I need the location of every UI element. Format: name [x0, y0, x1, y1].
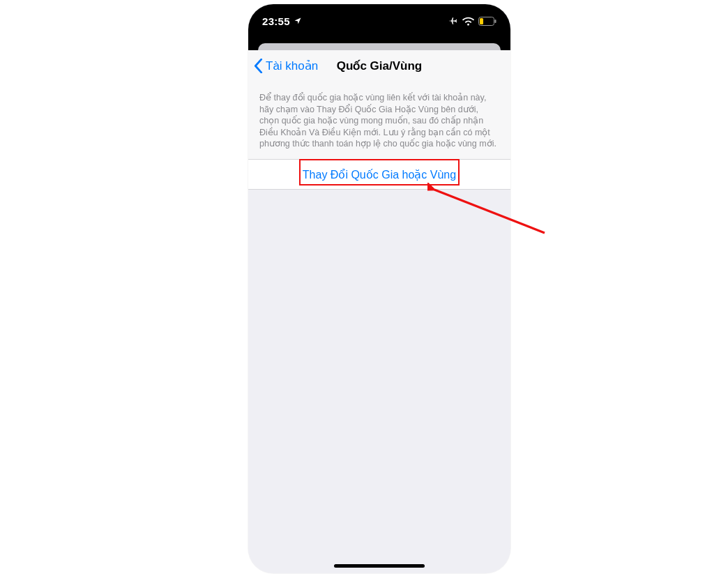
wifi-icon: [462, 17, 474, 26]
nav-header: Tài khoản Quốc Gia/Vùng: [248, 50, 510, 82]
change-country-row[interactable]: Thay Đổi Quốc Gia hoặc Vùng: [248, 159, 510, 190]
location-icon: [294, 17, 302, 25]
change-country-button[interactable]: Thay Đổi Quốc Gia hoặc Vùng: [303, 168, 456, 181]
status-time: 23:55: [262, 15, 290, 27]
battery-low-icon: [478, 17, 496, 26]
svg-rect-1: [495, 20, 496, 23]
airplane-icon: [447, 16, 458, 26]
empty-content: [248, 190, 510, 573]
home-indicator[interactable]: [334, 564, 425, 568]
chevron-left-icon: [254, 59, 263, 73]
description-panel: Để thay đổi quốc gia hoặc vùng liên kết …: [248, 82, 510, 163]
back-label: Tài khoản: [266, 59, 318, 73]
status-left: 23:55: [262, 15, 302, 27]
phone-screen: 23:55 Tài khoản: [248, 4, 510, 573]
status-bar: 23:55: [248, 4, 510, 39]
status-right: [447, 16, 496, 26]
description-text: Để thay đổi quốc gia hoặc vùng liên kết …: [259, 92, 499, 150]
back-button[interactable]: Tài khoản: [254, 50, 318, 82]
svg-rect-2: [480, 18, 483, 24]
page-title: Quốc Gia/Vùng: [337, 59, 422, 73]
